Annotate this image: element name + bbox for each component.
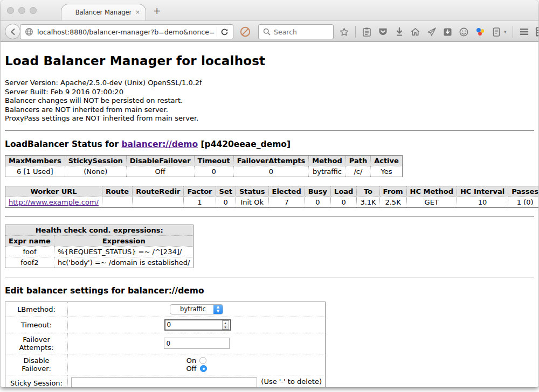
table-header-row: Expr name Expression [5, 235, 194, 246]
lbmethod-select[interactable]: bytraffic ▲▼ [170, 304, 223, 314]
failover-attempts-label: Failover Attempts: [5, 333, 68, 354]
select-arrows-icon: ▲▼ [213, 304, 223, 314]
back-icon [9, 27, 17, 36]
worker-status-table: Worker URL Route RouteRedir Factor Set S… [5, 186, 538, 208]
home-icon[interactable] [410, 27, 420, 37]
url-text[interactable]: localhost:8880/balancer-manager?b=demo&n… [37, 28, 215, 36]
worker-url-link[interactable]: http://www.example.com/ [9, 198, 99, 206]
col-expr-name: Expr name [5, 235, 54, 246]
notes-icon[interactable] [491, 27, 501, 37]
cell-method: bytraffic [309, 166, 345, 177]
col-method: Method [309, 155, 345, 166]
cell-hc-method: GET [406, 197, 457, 207]
server-info: Server Version: Apache/2.5.0-dev (Unix) … [5, 79, 534, 123]
col-failoverattempts: FailoverAttempts [233, 155, 309, 166]
failover-attempts-input[interactable] [164, 338, 230, 349]
bookmark-star-icon[interactable] [339, 27, 349, 37]
disable-failover-label: Disable Failover: [5, 354, 68, 375]
timeout-label: Timeout: [5, 317, 68, 333]
globe-icon [25, 27, 33, 36]
search-bar[interactable] [258, 24, 334, 39]
col-hc-method: HC Method [406, 186, 457, 197]
zoom-window-button[interactable] [30, 7, 37, 14]
page-title: Load Balancer Manager for localhost [5, 54, 534, 68]
menu-icon[interactable] [519, 27, 529, 37]
new-tab-button[interactable]: + [153, 6, 161, 16]
col-routeredir: RouteRedir [133, 186, 184, 197]
smiley-icon[interactable] [459, 27, 469, 37]
cell-active: Yes [371, 166, 403, 177]
cell-expr-name: foof2 [5, 257, 54, 268]
dropdown-caret-icon[interactable]: ▾ [504, 29, 507, 34]
page-content: Load Balancer Manager for localhost Serv… [1, 42, 538, 387]
col-set: Set [216, 186, 236, 197]
tab-bar: Balancer Manager × + [1, 0, 538, 20]
minimize-window-button[interactable] [18, 7, 25, 14]
browser-window: Balancer Manager × + localhost:8880/bala… [1, 0, 538, 387]
tab-close-icon[interactable]: × [135, 9, 140, 16]
edit-settings-heading: Edit balancer settings for balancer://de… [5, 286, 534, 296]
cell-failoverattempts: 0 [233, 166, 309, 177]
notice-proxypass: ProxyPass settings are NOT inherited fro… [5, 114, 534, 123]
square-download-icon[interactable] [443, 27, 453, 37]
balancer-demo-link[interactable]: balancer://demo [121, 139, 198, 149]
reload-icon[interactable] [220, 28, 229, 36]
cell-routeredir [133, 197, 184, 207]
cell-expression: hc('body') =~ /domain is established/ [54, 257, 194, 268]
divider [5, 130, 534, 131]
server-built: Server Built: Feb 9 2016 07:00:20 [5, 88, 534, 97]
blocked-icon[interactable] [239, 26, 251, 38]
table-row: 6 [1 Used] (None) Off 0 0 bytraffic /c/ … [5, 166, 403, 177]
radio-on-label: On [186, 356, 196, 365]
radio-on[interactable] [199, 357, 206, 364]
table-header-row: MaxMembers StickySession DisableFailover… [5, 155, 403, 166]
form-row-disable-failover: Disable Failover: On Off [5, 354, 326, 375]
table-title-row: Health check cond. expressions: [5, 225, 194, 235]
col-elected: Elected [268, 186, 305, 197]
toolbar-divider [513, 26, 513, 38]
notice-balancers: Balancers are NOT inherited from main se… [5, 106, 534, 115]
lbmethod-selected-value: bytraffic [170, 305, 213, 313]
radio-off[interactable] [200, 365, 207, 372]
table-row: foof2 hc('body') =~ /domain is establish… [5, 257, 194, 268]
colordots-icon[interactable] [475, 27, 485, 37]
send-icon[interactable] [426, 27, 437, 37]
col-status: Status [236, 186, 268, 197]
col-from: From [379, 186, 406, 197]
form-row-failover-attempts: Failover Attempts: [5, 333, 326, 354]
col-busy: Busy [305, 186, 330, 197]
download-icon[interactable] [394, 27, 404, 37]
col-worker-url: Worker URL [5, 186, 102, 197]
lbmethod-label: LBmethod: [5, 302, 68, 317]
col-timeout: Timeout [194, 155, 233, 166]
form-row-lbmethod: LBmethod: bytraffic ▲▼ [5, 302, 326, 317]
notice-persist: Balancer changes will NOT be persisted o… [5, 96, 534, 106]
sticky-session-input[interactable] [71, 377, 257, 388]
toolbar-divider [355, 26, 356, 38]
timeout-input[interactable] [164, 319, 231, 331]
back-button[interactable] [5, 24, 20, 39]
radio-off-label: Off [186, 365, 196, 373]
balancer-status-table: MaxMembers StickySession DisableFailover… [5, 155, 403, 177]
tab-balancer-manager[interactable]: Balancer Manager × [61, 4, 146, 20]
search-input[interactable] [274, 28, 325, 36]
server-version: Server Version: Apache/2.5.0-dev (Unix) … [5, 79, 534, 88]
navigation-toolbar: localhost:8880/balancer-manager?b=demo&n… [1, 20, 538, 42]
balancer-settings-form: LBmethod: bytraffic ▲▼ Timeout: ▴▾ Failo… [5, 302, 326, 388]
cell-path: /c/ [345, 166, 370, 177]
url-bar[interactable]: localhost:8880/balancer-manager?b=demo&n… [20, 24, 233, 39]
col-path: Path [345, 155, 370, 166]
cell-expression: %{REQUEST_STATUS} =~ /^[234]/ [54, 246, 194, 257]
clipboard-icon[interactable] [362, 27, 372, 37]
close-window-button[interactable] [7, 7, 14, 14]
col-to: To [357, 186, 379, 197]
pocket-icon[interactable] [378, 27, 388, 37]
number-spinner-icon[interactable]: ▴▾ [222, 320, 229, 330]
traffic-lights [7, 7, 37, 14]
divider [5, 216, 534, 218]
cell-to: 3.1K [357, 197, 379, 207]
table-row: http://www.example.com/ 1 0 Init Ok 7 0 … [5, 197, 539, 207]
divider [5, 277, 534, 278]
grid-icon[interactable] [535, 27, 538, 37]
col-stickysession: StickySession [65, 155, 126, 166]
